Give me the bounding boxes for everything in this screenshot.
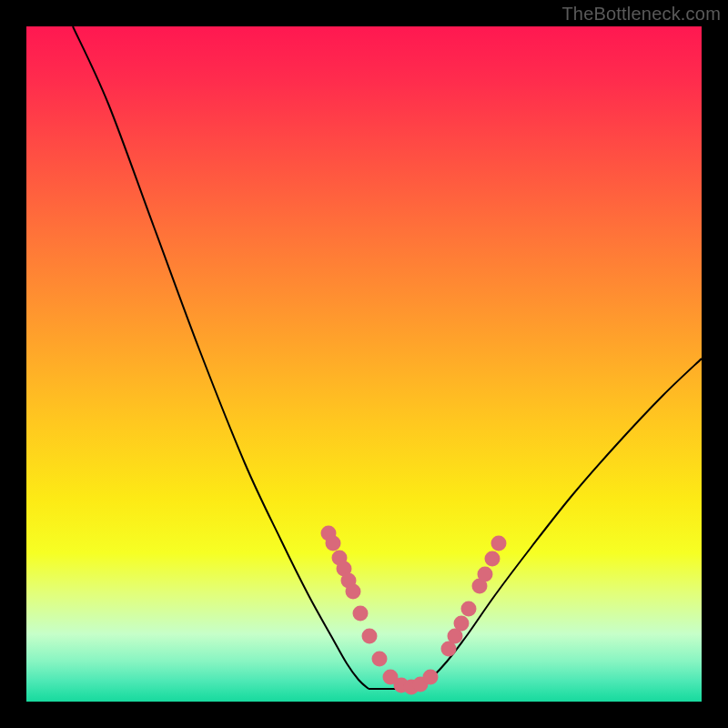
chart-frame: TheBottleneck.com (0, 0, 728, 728)
watermark-text: TheBottleneck.com (561, 4, 721, 25)
gradient-background (26, 26, 702, 702)
plot-area (26, 26, 702, 702)
